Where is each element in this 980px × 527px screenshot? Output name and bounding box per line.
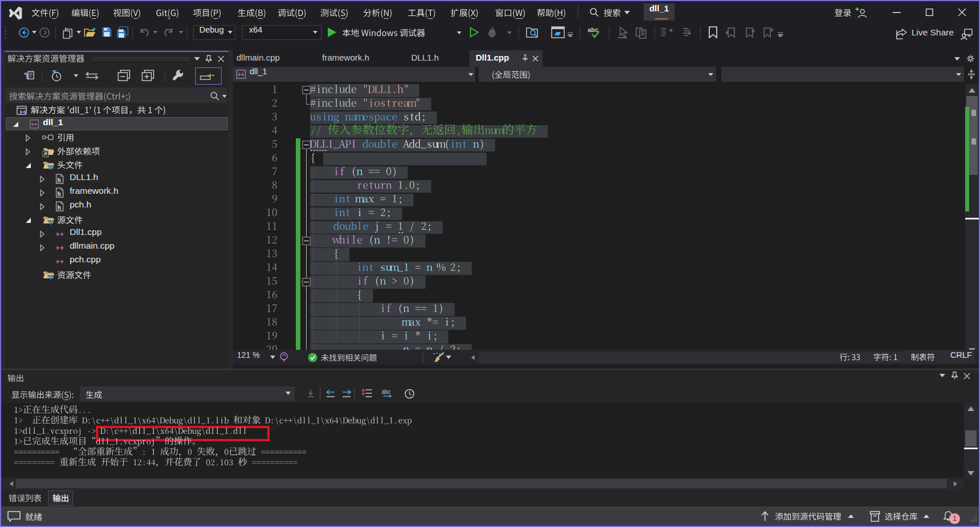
svg-text:h: h [58,205,61,211]
svg-text:++: ++ [238,71,244,78]
svg-text:abc: abc [588,26,599,33]
svg-text:++: ++ [55,243,65,252]
svg-text:h: h [58,177,61,183]
svg-text:abc: abc [381,389,391,395]
svg-text:h: h [58,191,61,197]
svg-text:++: ++ [55,257,65,266]
svg-text:++: ++ [55,230,65,238]
svg-text:++: ++ [31,122,37,127]
